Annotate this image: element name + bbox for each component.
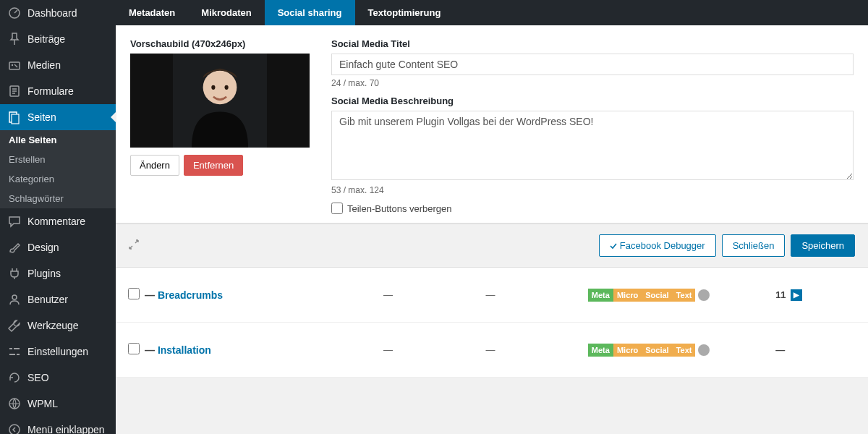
badge-social: Social <box>642 344 672 357</box>
sidebar-item-label: Werkzeuge <box>27 320 79 331</box>
badge-meta: Meta <box>588 344 613 357</box>
page-list: — Breadcrumbs——MetaMicroSocialText11▶— I… <box>116 268 868 434</box>
user-icon <box>7 292 22 307</box>
hide-share-label: Teilen-Buttons verbergen <box>347 203 452 214</box>
social-panel: Vorschaubild (470x246px) Ändern Entferne <box>116 25 868 224</box>
avatar-placeholder <box>173 54 267 148</box>
sidebar-item-wpml[interactable]: WPML <box>0 391 116 417</box>
wpml-icon <box>7 396 22 411</box>
row-cell: — <box>383 289 485 300</box>
brush-icon <box>7 240 22 255</box>
svg-rect-8 <box>14 348 20 349</box>
badge-social: Social <box>642 289 672 302</box>
sidebar-item-label: Medien <box>27 59 61 71</box>
plug-icon <box>7 266 22 281</box>
badge-micro: Micro <box>613 344 642 357</box>
sidebar-subitem[interactable]: Schlagwörter <box>0 189 116 208</box>
sidebar-item-beiträge[interactable]: Beiträge <box>0 26 116 52</box>
sidebar-item-label: Formulare <box>27 85 74 97</box>
pin-icon <box>7 32 22 46</box>
main-column: MetadatenMikrodatenSocial sharingTextopt… <box>116 0 868 434</box>
svg-rect-9 <box>9 354 15 355</box>
row-badges: MetaMicroSocialText <box>588 289 775 302</box>
expand-icon[interactable] <box>129 239 139 252</box>
social-title-counter: 24 / max. 70 <box>331 78 854 88</box>
remove-thumbnail-button[interactable]: Entfernen <box>184 155 243 176</box>
sidebar-item-label: Dashboard <box>27 7 77 19</box>
sidebar-item-label: Beiträge <box>27 33 65 45</box>
sidebar-item-menü-einklappen[interactable]: Menü einklappen <box>0 417 116 434</box>
sidebar-item-kommentare[interactable]: Kommentare <box>0 208 116 234</box>
hide-share-checkbox[interactable] <box>331 203 343 214</box>
sidebar-item-label: Plugins <box>27 268 61 279</box>
row-checkbox[interactable] <box>128 288 140 299</box>
form-icon <box>7 84 22 98</box>
svg-rect-1 <box>9 62 20 69</box>
sidebar-subitem[interactable]: Erstellen <box>0 150 116 169</box>
tab-bar: MetadatenMikrodatenSocial sharingTextopt… <box>116 0 868 25</box>
row-title[interactable]: — Installation <box>145 344 383 356</box>
row-checkbox[interactable] <box>128 343 140 354</box>
sidebar-subitem[interactable]: Kategorien <box>0 169 116 189</box>
close-button[interactable]: Schließen <box>722 234 786 257</box>
dashboard-icon <box>7 6 22 20</box>
thumbnail-label: Vorschaubild (470x246px) <box>130 38 311 49</box>
table-row: — Breadcrumbs——MetaMicroSocialText11▶ <box>116 268 868 323</box>
tool-icon <box>7 318 22 333</box>
hide-share-checkbox-row[interactable]: Teilen-Buttons verbergen <box>331 203 854 214</box>
sidebar-item-einstellungen[interactable]: Einstellungen <box>0 339 116 365</box>
row-cell: — <box>485 289 587 300</box>
save-button[interactable]: Speichern <box>791 234 855 257</box>
tab-mikrodaten[interactable]: Mikrodaten <box>188 0 264 25</box>
svg-rect-7 <box>9 348 12 349</box>
facebook-debugger-button[interactable]: Facebook Debugger <box>599 234 716 257</box>
sidebar-item-label: Menü einklappen <box>27 424 105 434</box>
sidebar-item-formulare[interactable]: Formulare <box>0 78 116 104</box>
media-icon <box>7 58 22 72</box>
sidebar-item-benutzer[interactable]: Benutzer <box>0 286 116 312</box>
sidebar-item-label: Einstellungen <box>27 346 88 357</box>
tab-social-sharing[interactable]: Social sharing <box>265 0 355 25</box>
sidebar-item-dashboard[interactable]: Dashboard <box>0 0 116 26</box>
status-dot-icon <box>698 344 710 356</box>
sidebar-item-design[interactable]: Design <box>0 234 116 260</box>
sidebar-item-label: Design <box>27 242 59 253</box>
tab-metadaten[interactable]: Metadaten <box>116 0 188 25</box>
status-dot-icon <box>698 289 710 301</box>
change-thumbnail-button[interactable]: Ändern <box>130 155 179 176</box>
sidebar-subitem[interactable]: Alle Seiten <box>0 130 116 150</box>
svg-rect-10 <box>17 354 20 355</box>
svg-point-16 <box>225 85 229 90</box>
svg-rect-5 <box>12 114 19 124</box>
thumbnail-preview[interactable] <box>130 54 310 148</box>
svg-point-2 <box>12 64 13 66</box>
table-row: — Installation——MetaMicroSocialText— <box>116 323 868 378</box>
row-score: — <box>775 344 861 355</box>
badge-text: Text <box>673 289 696 302</box>
row-title[interactable]: — Breadcrumbs <box>145 289 383 301</box>
sidebar-item-label: Kommentare <box>27 216 85 227</box>
social-desc-textarea[interactable]: Gib mit unserem Plugin Vollgas bei der W… <box>331 111 854 180</box>
svg-point-6 <box>12 295 17 299</box>
social-desc-counter: 53 / max. 124 <box>331 185 854 195</box>
badge-micro: Micro <box>613 289 642 302</box>
comment-icon <box>7 214 22 229</box>
social-desc-label: Social Media Beschreibung <box>331 95 854 106</box>
row-cell: — <box>383 344 485 355</box>
svg-point-15 <box>211 85 215 90</box>
svg-point-12 <box>9 425 20 434</box>
sidebar-item-medien[interactable]: Medien <box>0 52 116 78</box>
sidebar-item-label: Benutzer <box>27 294 68 305</box>
sidebar-item-plugins[interactable]: Plugins <box>0 260 116 286</box>
sidebar-item-label: WPML <box>27 398 58 409</box>
social-title-input[interactable] <box>331 54 854 75</box>
sidebar-item-label: Seiten <box>27 111 56 123</box>
play-icon[interactable]: ▶ <box>791 289 802 301</box>
settings-icon <box>7 344 22 359</box>
action-bar: Facebook Debugger Schließen Speichern <box>116 224 868 268</box>
sidebar-item-seiten[interactable]: Seiten <box>0 104 116 130</box>
tab-textoptimierung[interactable]: Textoptimierung <box>355 0 454 25</box>
sidebar-item-werkzeuge[interactable]: Werkzeuge <box>0 312 116 339</box>
badge-meta: Meta <box>588 289 613 302</box>
sidebar-item-seo[interactable]: SEO <box>0 365 116 391</box>
